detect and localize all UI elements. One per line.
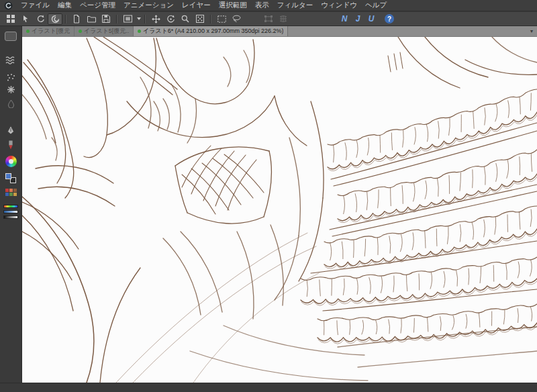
gradient-gray-icon[interactable] bbox=[3, 215, 18, 219]
new-document-icon[interactable] bbox=[69, 13, 84, 25]
menu-window[interactable]: ウィンドウ bbox=[317, 0, 361, 11]
main-toolbar: N J U ? bbox=[0, 12, 537, 26]
menu-animation[interactable]: アニメーション bbox=[119, 0, 178, 11]
tab-status-icon bbox=[79, 30, 82, 33]
document-tab-1[interactable]: イラスト[復元]* bbox=[22, 26, 75, 36]
tone-pattern-icon[interactable] bbox=[193, 13, 207, 25]
document-tab-2[interactable]: イラスト5[復元... bbox=[75, 26, 134, 36]
menubar: ファイル 編集 ページ管理 アニメーション レイヤー 選択範囲 表示 フィルター… bbox=[0, 0, 537, 11]
spray-dots-icon[interactable] bbox=[2, 73, 19, 81]
tool-sidebar bbox=[0, 26, 22, 383]
menu-file[interactable]: ファイル bbox=[17, 0, 54, 11]
tab-status-icon bbox=[26, 30, 30, 33]
rotate-canvas-icon[interactable] bbox=[33, 13, 48, 25]
pen-nib-icon[interactable] bbox=[2, 126, 19, 135]
canvas[interactable] bbox=[22, 37, 537, 383]
toolbar-separator bbox=[210, 15, 211, 23]
gradient-rainbow-icon[interactable] bbox=[3, 205, 18, 208]
tab-label: イラスト6* (A4 210.00 x 297.00mm 350dpi 226.… bbox=[143, 27, 283, 36]
document-tab-3-active[interactable]: イラスト6* (A4 210.00 x 297.00mm 350dpi 226.… bbox=[134, 26, 288, 36]
toolbar-separator bbox=[116, 15, 117, 23]
tab-label: イラスト5[復元... bbox=[84, 27, 129, 36]
dropdown-caret-icon[interactable] bbox=[135, 13, 142, 25]
clipstudio-swirl-icon[interactable] bbox=[48, 13, 62, 25]
tab-label: イラスト[復元]* bbox=[32, 27, 70, 36]
zoom-tool-icon[interactable] bbox=[178, 13, 193, 25]
menu-layer[interactable]: レイヤー bbox=[178, 0, 215, 11]
open-document-icon[interactable] bbox=[84, 13, 99, 25]
workspace-grid-icon[interactable] bbox=[3, 13, 18, 25]
save-document-icon[interactable] bbox=[99, 13, 113, 25]
clip-studio-logo-icon bbox=[4, 1, 13, 10]
lasso-select-icon[interactable] bbox=[229, 13, 244, 25]
rotate-view-icon[interactable] bbox=[163, 13, 178, 25]
menu-page-management[interactable]: ページ管理 bbox=[76, 0, 119, 11]
toolbar-separator bbox=[65, 15, 66, 23]
move-tool-icon[interactable] bbox=[148, 13, 163, 25]
tool-case-icon[interactable] bbox=[2, 26, 19, 41]
ruler-arc-icon[interactable]: U bbox=[364, 13, 378, 25]
menu-selection[interactable]: 選択範囲 bbox=[215, 0, 251, 11]
canvas-size-icon[interactable] bbox=[120, 13, 135, 25]
color-wheel-icon[interactable] bbox=[2, 156, 19, 167]
ruler-line-icon[interactable]: N bbox=[338, 13, 351, 25]
gradient-sliders[interactable] bbox=[2, 203, 19, 219]
tab-overflow-button[interactable]: ▼ bbox=[526, 26, 537, 36]
menu-filter[interactable]: フィルター bbox=[273, 0, 317, 11]
menu-help[interactable]: ヘルプ bbox=[361, 0, 391, 11]
decoration-star-icon[interactable] bbox=[2, 85, 19, 94]
menu-edit[interactable]: 編集 bbox=[54, 0, 76, 11]
wave-lines-icon[interactable] bbox=[2, 56, 19, 65]
color-swatches-icon[interactable] bbox=[2, 173, 19, 183]
tab-status-icon bbox=[138, 30, 141, 33]
toolbar-separator bbox=[144, 15, 146, 23]
marquee-select-icon[interactable] bbox=[214, 13, 229, 25]
gradient-blue-icon[interactable] bbox=[3, 210, 18, 213]
blend-tool-icon[interactable] bbox=[2, 99, 19, 108]
scale-transform-icon bbox=[261, 13, 276, 25]
color-set-icon[interactable] bbox=[2, 189, 19, 196]
mesh-transform-icon bbox=[276, 13, 291, 25]
menu-view[interactable]: 表示 bbox=[251, 0, 273, 11]
document-tabbar: イラスト[復元]* イラスト5[復元... イラスト6* (A4 210.00 … bbox=[22, 26, 537, 37]
canvas-artwork bbox=[22, 37, 537, 383]
red-marker-icon[interactable] bbox=[2, 140, 19, 150]
status-strip bbox=[0, 383, 537, 392]
ruler-curve-icon[interactable]: J bbox=[351, 13, 364, 25]
help-icon[interactable]: ? bbox=[382, 13, 397, 25]
object-pointer-icon[interactable] bbox=[18, 13, 33, 25]
